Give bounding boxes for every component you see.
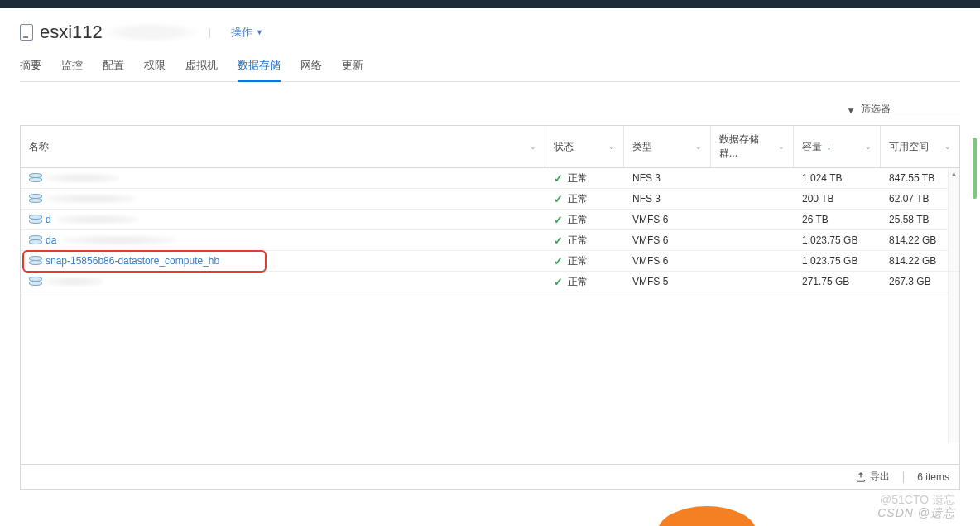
col-header-name[interactable]: 名称 ⌄ xyxy=(21,126,545,167)
table-row[interactable]: da ✓正常 VMFS 6 1,023.75 GB 814.22 GB xyxy=(21,230,959,251)
divider xyxy=(903,471,904,483)
free-text: 814.22 GB xyxy=(889,234,936,246)
side-health-indicator xyxy=(973,138,977,199)
title-row: esxi112 | 操作 ▼ xyxy=(20,8,960,53)
status-text: 正常 xyxy=(568,275,588,289)
table-footer: 导出 6 items xyxy=(21,464,959,489)
col-header-cluster[interactable]: 数据存储群... ⌄ xyxy=(711,126,794,167)
col-header-status[interactable]: 状态 ⌄ xyxy=(545,126,624,167)
datastore-link[interactable]: snap-15856b86-datastore_compute_hb xyxy=(46,255,219,267)
redacted-name xyxy=(46,173,120,183)
chevron-down-icon: ⌄ xyxy=(865,142,872,151)
status-text: 正常 xyxy=(568,234,588,248)
check-icon: ✓ xyxy=(554,172,563,185)
capacity-text: 271.75 GB xyxy=(802,276,849,287)
col-header-type[interactable]: 类型 ⌄ xyxy=(624,126,711,167)
status-text: 正常 xyxy=(568,171,588,186)
datastore-icon xyxy=(29,256,41,266)
datastore-icon xyxy=(29,194,41,204)
col-header-free[interactable]: 可用空间 ⌄ xyxy=(881,126,959,167)
status-text: 正常 xyxy=(568,213,588,227)
sort-descending-icon: ↓ xyxy=(826,141,831,152)
type-text: NFS 3 xyxy=(632,193,661,205)
host-icon xyxy=(20,24,33,41)
capacity-text: 1,023.75 GB xyxy=(802,255,858,267)
table-row[interactable]: d ✓正常 VMFS 6 26 TB 25.58 TB xyxy=(21,210,959,230)
check-icon: ✓ xyxy=(554,255,563,268)
type-text: VMFS 6 xyxy=(632,255,668,267)
col-header-capacity[interactable]: 容量 ↓ ⌄ xyxy=(794,126,881,167)
capacity-text: 200 TB xyxy=(802,193,833,205)
col-type-label: 类型 xyxy=(632,140,652,154)
datastore-link[interactable]: d xyxy=(46,214,51,225)
chevron-down-icon: ⌄ xyxy=(778,142,785,151)
watermark: CSDN @遗忘 xyxy=(877,506,955,521)
table-body: ▲ ✓正常 NFS 3 1,024 TB 847.55 TB ✓正常 NFS 3… xyxy=(21,168,959,464)
redacted-name xyxy=(46,194,137,204)
tab-bar: 摘要 监控 配置 权限 虚拟机 数据存储 网络 更新 xyxy=(20,53,960,82)
redacted-name xyxy=(56,215,139,224)
tab-monitor[interactable]: 监控 xyxy=(61,53,83,81)
scroll-up-icon: ▲ xyxy=(950,170,958,178)
col-cluster-label: 数据存储群... xyxy=(719,133,775,161)
datastore-link[interactable]: da xyxy=(46,234,56,246)
tab-vms[interactable]: 虚拟机 xyxy=(185,53,218,81)
free-text: 814.22 GB xyxy=(889,255,936,267)
free-text: 62.07 TB xyxy=(889,193,929,205)
col-name-label: 名称 xyxy=(29,140,49,154)
export-label: 导出 xyxy=(870,470,890,484)
datastore-icon xyxy=(29,215,41,224)
tab-configure[interactable]: 配置 xyxy=(103,53,124,81)
capacity-text: 26 TB xyxy=(802,214,829,225)
tab-datastores[interactable]: 数据存储 xyxy=(238,53,281,81)
free-text: 847.55 TB xyxy=(889,172,934,184)
chevron-down-icon: ⌄ xyxy=(530,142,536,151)
chevron-down-icon: ⌄ xyxy=(944,142,951,151)
type-text: VMFS 6 xyxy=(632,214,668,225)
table-scrollbar[interactable]: ▲ xyxy=(948,168,959,442)
free-text: 25.58 TB xyxy=(889,214,929,225)
tab-updates[interactable]: 更新 xyxy=(342,53,363,81)
datastore-icon xyxy=(29,277,41,287)
type-text: VMFS 6 xyxy=(632,234,668,246)
actions-label: 操作 xyxy=(231,25,252,40)
table-row[interactable]: ✓正常 NFS 3 1,024 TB 847.55 TB xyxy=(21,168,959,189)
filter-icon[interactable]: ▼ xyxy=(846,104,856,116)
status-text: 正常 xyxy=(568,192,588,206)
tab-permissions[interactable]: 权限 xyxy=(144,53,166,81)
chevron-down-icon: ⌄ xyxy=(608,142,615,151)
chevron-down-icon: ▼ xyxy=(256,28,263,36)
top-bar xyxy=(0,0,980,8)
item-count: 6 items xyxy=(917,471,949,483)
filter-input[interactable]: 筛选器 xyxy=(861,102,960,118)
check-icon: ✓ xyxy=(554,276,563,288)
type-text: VMFS 5 xyxy=(632,276,668,287)
capacity-text: 1,023.75 GB xyxy=(802,234,858,246)
chevron-down-icon: ⌄ xyxy=(695,142,702,151)
tab-summary[interactable]: 摘要 xyxy=(20,53,41,81)
export-button[interactable]: 导出 xyxy=(855,470,890,484)
export-icon xyxy=(855,471,867,483)
redacted-name xyxy=(61,235,177,245)
actions-dropdown[interactable]: 操作 ▼ xyxy=(231,25,263,40)
datastore-table: 名称 ⌄ 状态 ⌄ 类型 ⌄ 数据存储群... ⌄ 容量 ↓ ⌄ xyxy=(20,125,960,490)
datastore-icon xyxy=(29,173,41,183)
filter-row: ▼ 筛选器 xyxy=(20,82,960,125)
page-content: esxi112 | 操作 ▼ 摘要 监控 配置 权限 虚拟机 数据存储 网络 更… xyxy=(0,8,980,526)
datastore-icon xyxy=(29,235,41,245)
table-row[interactable]: snap-15856b86-datastore_compute_hb ✓正常 V… xyxy=(21,251,959,272)
col-capacity-label: 容量 xyxy=(802,141,822,152)
col-status-label: 状态 xyxy=(554,140,574,154)
table-header: 名称 ⌄ 状态 ⌄ 类型 ⌄ 数据存储群... ⌄ 容量 ↓ ⌄ xyxy=(21,126,959,168)
check-icon: ✓ xyxy=(554,234,563,247)
type-text: NFS 3 xyxy=(632,172,661,184)
table-row[interactable]: ✓正常 NFS 3 200 TB 62.07 TB xyxy=(21,189,959,210)
check-icon: ✓ xyxy=(554,193,563,205)
divider: | xyxy=(209,27,211,38)
table-row[interactable]: ✓正常 VMFS 5 271.75 GB 267.3 GB xyxy=(21,272,959,292)
col-free-label: 可用空间 xyxy=(889,140,929,154)
tab-networks[interactable]: 网络 xyxy=(300,53,322,81)
redacted-title-suffix xyxy=(106,23,197,41)
capacity-text: 1,024 TB xyxy=(802,172,842,184)
page-title: esxi112 xyxy=(40,22,103,43)
